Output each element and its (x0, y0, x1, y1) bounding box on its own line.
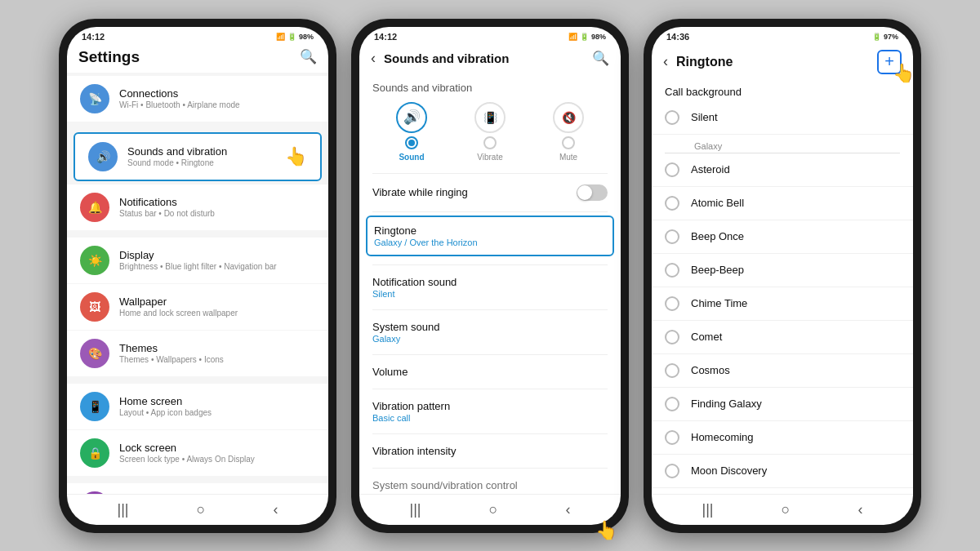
sound-mode-mute[interactable]: 🔇 Mute (553, 102, 584, 162)
ringtone-atomic-bell[interactable]: Atomic Bell (652, 187, 913, 220)
nav-back-3[interactable]: ‹ (858, 501, 862, 518)
call-background-label: Call background (652, 81, 913, 101)
status-icons-2: 📶 🔋 98% (568, 33, 606, 41)
sounds-content: Sounds and vibration 🔊 Sound 📳 Vibrate (359, 73, 621, 494)
settings-item-display[interactable]: ☀️ Display Brightness • Blue light filte… (67, 238, 328, 283)
system-sound-item[interactable]: System sound Galaxy (372, 312, 608, 353)
nav-back-2[interactable]: ‹ (565, 501, 570, 518)
radio-silent[interactable] (665, 110, 679, 125)
vibrate-toggle[interactable] (577, 184, 608, 201)
settings-item-homescreen[interactable]: 📱 Home screen Layout • App icon badges (67, 384, 328, 429)
radio-homecoming[interactable] (665, 430, 679, 445)
status-icons-3: 🔋 97% (872, 33, 898, 41)
notification-sound-title: Notification sound (372, 276, 608, 288)
ringtone-silent[interactable]: Silent (652, 101, 913, 135)
ringtone-name-beep-once: Beep Once (691, 230, 744, 242)
system-sv-control-item[interactable]: System sound/vibration control (372, 470, 608, 494)
sound-radio[interactable] (405, 136, 418, 149)
cursor-hand-3: 👆 (893, 63, 913, 84)
display-sub: Brightness • Blue light filter • Navigat… (119, 262, 315, 271)
radio-atomic-bell[interactable] (665, 196, 679, 211)
vibrate-radio[interactable] (483, 136, 497, 149)
nav-recent-3[interactable]: ||| (702, 501, 714, 518)
ringtone-chime-time[interactable]: Chime Time (652, 287, 913, 321)
settings-item-wallpaper[interactable]: 🖼 Wallpaper Home and lock screen wallpap… (67, 284, 328, 330)
vibration-intensity-item[interactable]: Vibration intensity (372, 436, 608, 466)
settings-item-biometrics[interactable]: 👤 Biometrics and security Face recogniti… (67, 483, 328, 494)
status-bar-3: 14:36 🔋 97% (652, 27, 913, 45)
ringtone-asteroid[interactable]: Asteroid (652, 153, 913, 187)
ringtone-moon-discovery[interactable]: Moon Discovery (652, 455, 913, 488)
volume-item[interactable]: Volume (372, 357, 608, 387)
connections-title: Connections (119, 87, 315, 100)
page-title-1: Settings (78, 48, 300, 66)
ringtone-menu-item[interactable]: Ringtone Galaxy / Over the Horizon 👆 (366, 216, 614, 256)
nav-recent-1[interactable]: ||| (118, 501, 129, 518)
settings-item-connections[interactable]: 📡 Connections Wi-Fi • Bluetooth • Airpla… (67, 76, 328, 122)
homescreen-icon: 📱 (80, 392, 109, 421)
ringtone-name-finding-galaxy: Finding Galaxy (691, 398, 762, 410)
themes-title: Themes (119, 342, 315, 354)
mute-radio[interactable] (562, 136, 575, 149)
settings-item-lockscreen[interactable]: 🔒 Lock screen Screen lock type • Always … (67, 430, 328, 476)
ringtone-name-asteroid: Asteroid (691, 163, 730, 176)
nav-recent-2[interactable]: ||| (410, 501, 421, 518)
back-icon-2[interactable]: ‹ (371, 50, 376, 67)
status-bar-1: 14:12 📶 🔋 98% (67, 27, 328, 45)
radio-beep-once[interactable] (665, 229, 679, 244)
phone3: 14:36 🔋 97% ‹ Ringtone + 👆 Call backgrou… (644, 19, 921, 533)
nav-back-1[interactable]: ‹ (273, 501, 278, 518)
lockscreen-icon: 🔒 (80, 438, 109, 468)
sound-mode-sound[interactable]: 🔊 Sound (396, 102, 427, 162)
sound-mode-vibrate[interactable]: 📳 Vibrate (474, 102, 506, 162)
add-ringtone-button[interactable]: + 👆 (877, 50, 902, 74)
radio-finding-galaxy[interactable] (665, 397, 679, 411)
settings-item-notifications[interactable]: 🔔 Notifications Status bar • Do not dist… (67, 184, 328, 230)
top-bar-2: ‹ Sounds and vibration 🔍 (359, 45, 621, 73)
search-icon-2[interactable]: 🔍 (592, 50, 609, 67)
settings-item-themes[interactable]: 🎨 Themes Themes • Wallpapers • Icons (67, 331, 328, 376)
nav-home-1[interactable]: ○ (197, 501, 206, 518)
vibration-pattern-item[interactable]: Vibration pattern Basic call (372, 391, 608, 432)
page-title-2: Sounds and vibration (384, 51, 592, 65)
nav-home-2[interactable]: ○ (489, 501, 498, 518)
search-icon-1[interactable]: 🔍 (300, 48, 317, 65)
notification-sound-item[interactable]: Notification sound Silent (372, 267, 608, 308)
radio-comet[interactable] (665, 330, 679, 344)
nav-home-3[interactable]: ○ (782, 501, 791, 518)
ringtone-cosmos[interactable]: Cosmos (652, 354, 913, 388)
mute-label: Mute (559, 153, 577, 162)
radio-chime-time[interactable] (665, 296, 679, 311)
sounds-title: Sounds and vibration (127, 145, 280, 158)
status-bar-2: 14:12 📶 🔋 98% (359, 27, 621, 45)
sounds-icon: 🔊 (88, 142, 118, 171)
sound-label: Sound (399, 153, 424, 162)
phone2: 14:12 📶 🔋 98% ‹ Sounds and vibration 🔍 S… (351, 19, 629, 533)
radio-cosmos[interactable] (665, 363, 679, 378)
page-title-3: Ringtone (676, 55, 877, 69)
cursor-hand-1: 👆 (285, 146, 307, 167)
ringtone-name-chime-time: Chime Time (691, 297, 747, 309)
connections-sub: Wi-Fi • Bluetooth • Airplane mode (119, 100, 315, 109)
ringtone-homecoming[interactable]: Homecoming (652, 421, 913, 455)
volume-title: Volume (372, 366, 608, 378)
radio-moon-discovery[interactable] (665, 464, 679, 478)
ringtone-beep-beep[interactable]: Beep-Beep (652, 254, 913, 287)
ringtone-beep-once[interactable]: Beep Once (652, 220, 913, 254)
settings-list-container: 📡 Connections Wi-Fi • Bluetooth • Airpla… (67, 73, 328, 494)
ringtone-finding-galaxy[interactable]: Finding Galaxy (652, 388, 913, 421)
ringtone-name-silent: Silent (691, 111, 718, 123)
display-title: Display (119, 249, 315, 261)
radio-asteroid[interactable] (665, 162, 679, 177)
ringtone-name-homecoming: Homecoming (691, 431, 754, 443)
ringtone-comet[interactable]: Comet (652, 321, 913, 354)
notifications-title: Notifications (119, 196, 315, 208)
vibrate-icon: 📳 (474, 102, 506, 133)
display-icon: ☀️ (80, 246, 109, 275)
top-bar-3: ‹ Ringtone + 👆 (652, 45, 913, 81)
radio-beep-beep[interactable] (665, 263, 679, 278)
settings-item-sounds[interactable]: 🔊 Sounds and vibration Sound mode • Ring… (74, 132, 322, 181)
sounds-sub: Sound mode • Ringtone (127, 158, 280, 167)
bottom-nav-1: ||| ○ ‹ (67, 494, 328, 525)
back-icon-3[interactable]: ‹ (663, 53, 668, 70)
